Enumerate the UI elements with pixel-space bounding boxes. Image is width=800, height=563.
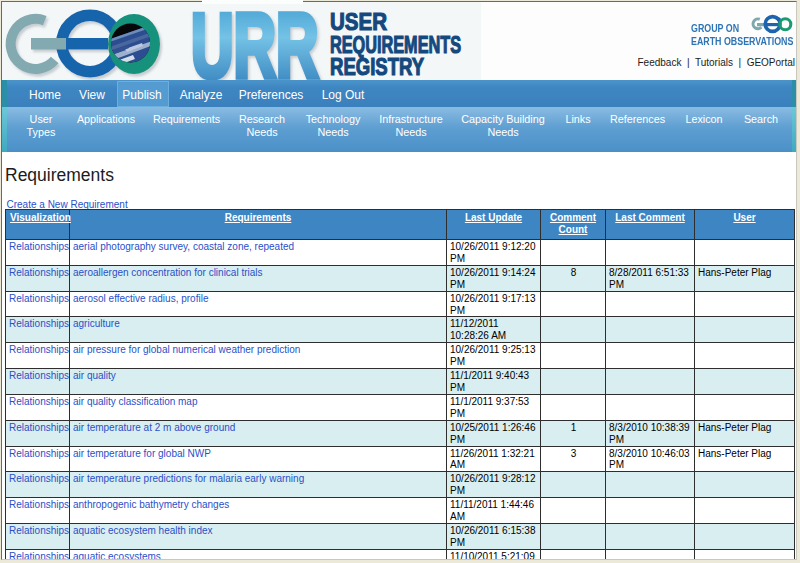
svg-text:URR: URR xyxy=(191,2,319,80)
